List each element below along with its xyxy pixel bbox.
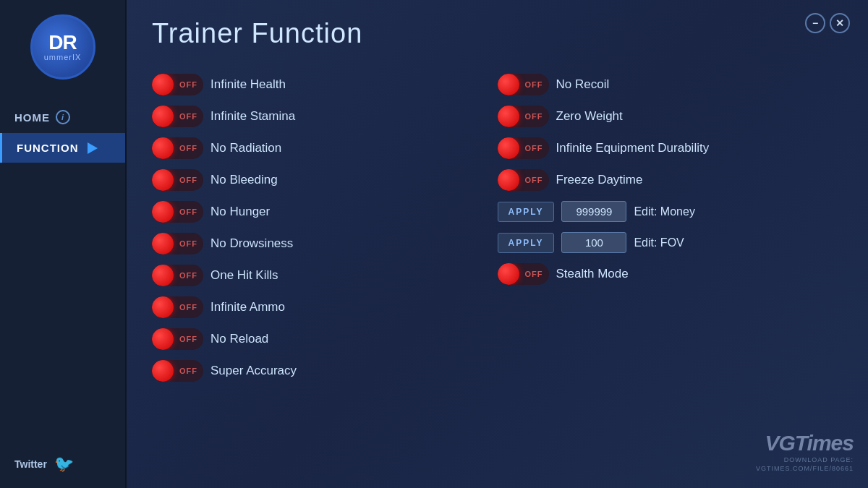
logo: DR ummerIX (30, 14, 95, 80)
func-row-zero-weight: OFF Zero Weight (498, 101, 843, 132)
toggle-circle (152, 296, 174, 318)
toggle-no-recoil[interactable]: OFF (498, 74, 549, 95)
toggle-circle (152, 106, 174, 127)
toggle-infinite-health[interactable]: OFF (152, 74, 203, 95)
toggle-infinite-equipment-durability[interactable]: OFF (498, 137, 549, 159)
toggle-circle (152, 137, 174, 159)
func-label-no-recoil: No Recoil (556, 77, 610, 92)
logo-sub: ummerIX (44, 53, 82, 61)
apply-row-money: APPLY Edit: Money (498, 197, 843, 226)
func-label-infinite-equipment-durability: Infinite Equipment Durability (556, 141, 710, 155)
func-row-infinite-health: OFF Infinite Health (152, 69, 498, 100)
toggle-no-bleeding[interactable]: OFF (152, 169, 203, 191)
func-label-super-accuracy: Super Accuracy (210, 364, 297, 378)
logo-dr: DR (48, 33, 76, 53)
home-label: HOME (14, 111, 50, 124)
toggle-infinite-stamina[interactable]: OFF (152, 106, 203, 127)
func-label-one-hit-kills: One Hit Kills (210, 268, 278, 283)
sidebar: DR ummerIX HOME i FUNCTION Twitter 🐦 (0, 0, 127, 488)
toggle-circle (152, 328, 174, 350)
sidebar-item-home[interactable]: HOME i (0, 101, 125, 133)
twitter-label: Twitter (14, 458, 47, 470)
toggle-stealth-mode[interactable]: OFF (498, 263, 549, 285)
toggle-no-reload[interactable]: OFF (152, 328, 203, 350)
func-row-one-hit-kills: OFF One Hit Kills (152, 260, 498, 291)
edit-money-input[interactable] (561, 201, 626, 222)
right-column: OFF No Recoil OFF Zero Weight OFF Infini… (498, 69, 843, 386)
func-row-no-hunger: OFF No Hunger (152, 197, 498, 227)
main-content: − ✕ Trainer Function OFF Infinite Health… (127, 0, 868, 488)
play-icon (88, 142, 98, 154)
toggle-no-hunger[interactable]: OFF (152, 201, 203, 223)
toggle-state: OFF (519, 176, 549, 184)
twitter-icon: 🐦 (54, 455, 74, 474)
toggle-circle (498, 169, 519, 191)
toggle-state: OFF (174, 207, 203, 216)
left-column: OFF Infinite Health OFF Infinite Stamina… (152, 69, 498, 386)
func-row-no-drowsiness: OFF No Drowsiness (152, 228, 498, 259)
func-row-no-reload: OFF No Reload (152, 324, 498, 354)
toggle-zero-weight[interactable]: OFF (498, 106, 549, 127)
toggle-one-hit-kills[interactable]: OFF (152, 265, 203, 286)
func-label-infinite-ammo: Infinite Ammo (210, 300, 285, 314)
minimize-button[interactable]: − (805, 13, 825, 33)
toggle-circle (498, 137, 519, 159)
func-label-no-drowsiness: No Drowsiness (210, 236, 293, 251)
toggle-no-radiation[interactable]: OFF (152, 137, 203, 159)
toggle-state: OFF (174, 80, 203, 89)
toggle-circle (152, 265, 174, 286)
func-label-no-bleeding: No Bleeding (210, 173, 278, 187)
page-title: Trainer Function (152, 18, 843, 49)
toggle-state: OFF (519, 270, 549, 278)
func-label-zero-weight: Zero Weight (556, 109, 623, 124)
toggle-state: OFF (174, 335, 203, 343)
toggle-freeze-daytime[interactable]: OFF (498, 169, 549, 191)
func-row-no-recoil: OFF No Recoil (498, 69, 843, 100)
window-controls: − ✕ (805, 13, 850, 33)
apply-row-fov: APPLY Edit: FOV (498, 228, 843, 257)
func-label-no-hunger: No Hunger (210, 205, 270, 219)
info-icon: i (56, 110, 70, 124)
func-label-no-reload: No Reload (210, 332, 268, 346)
func-row-infinite-ammo: OFF Infinite Ammo (152, 292, 498, 322)
toggle-state: OFF (174, 303, 203, 312)
edit-fov-input[interactable] (561, 232, 626, 253)
toggle-state: OFF (174, 112, 203, 121)
functions-grid: OFF Infinite Health OFF Infinite Stamina… (152, 69, 843, 386)
sidebar-item-function[interactable]: FUNCTION (0, 133, 125, 163)
func-row-infinite-equipment-durability: OFF Infinite Equipment Durability (498, 133, 843, 163)
toggle-circle (152, 169, 174, 191)
toggle-infinite-ammo[interactable]: OFF (152, 296, 203, 318)
func-label-infinite-stamina: Infinite Stamina (210, 109, 295, 124)
toggle-circle (498, 74, 519, 95)
func-row-no-bleeding: OFF No Bleeding (152, 165, 498, 195)
func-row-freeze-daytime: OFF Freeze Daytime (498, 165, 843, 195)
func-label-freeze-daytime: Freeze Daytime (556, 173, 643, 187)
edit-fov-label: Edit: FOV (634, 236, 684, 249)
vgtimes-logo: VGTimes (756, 431, 854, 455)
toggle-state: OFF (174, 367, 203, 375)
edit-money-label: Edit: Money (634, 205, 694, 218)
func-row-super-accuracy: OFF Super Accuracy (152, 356, 498, 386)
toggle-state: OFF (174, 239, 203, 248)
toggle-state: OFF (519, 80, 549, 89)
function-label: FUNCTION (17, 142, 79, 154)
toggle-no-drowsiness[interactable]: OFF (152, 233, 203, 254)
func-label-no-radiation: No Radiation (210, 141, 281, 155)
twitter-link[interactable]: Twitter 🐦 (0, 440, 125, 488)
toggle-circle (152, 360, 174, 382)
toggle-state: OFF (174, 144, 203, 153)
toggle-state: OFF (519, 144, 549, 153)
apply-money-button[interactable]: APPLY (498, 202, 555, 222)
func-row-no-radiation: OFF No Radiation (152, 133, 498, 163)
toggle-state: OFF (174, 176, 203, 184)
toggle-circle (152, 201, 174, 223)
func-label-stealth-mode: Stealth Mode (556, 267, 629, 281)
toggle-circle (152, 74, 174, 95)
toggle-state: OFF (174, 271, 203, 280)
close-button[interactable]: ✕ (830, 13, 850, 33)
apply-fov-button[interactable]: APPLY (498, 233, 555, 253)
func-label-infinite-health: Infinite Health (210, 77, 286, 92)
toggle-circle (498, 263, 519, 285)
toggle-super-accuracy[interactable]: OFF (152, 360, 203, 382)
